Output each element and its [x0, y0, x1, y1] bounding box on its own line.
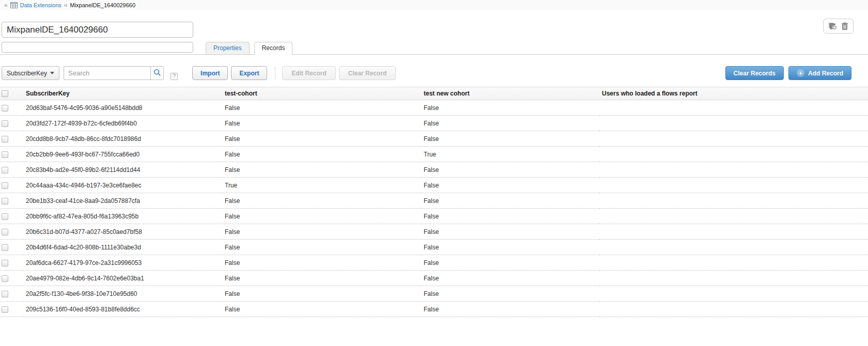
delete-trash-icon[interactable] — [841, 22, 848, 30]
cell-test-new-cohort: False — [421, 131, 599, 147]
header-actions-box — [823, 19, 854, 34]
cell-flows-report — [599, 162, 868, 178]
column-header-subscriberkey[interactable]: SubscriberKey — [23, 87, 222, 100]
row-checkbox[interactable] — [2, 167, 8, 174]
table-row[interactable]: 20cb2bb9-9ee6-493f-bc67-755fcca66ed0 Fal… — [0, 147, 868, 162]
row-checkbox[interactable] — [2, 182, 8, 189]
cell-test-cohort: False — [222, 209, 421, 224]
cell-flows-report — [599, 224, 868, 240]
table-row[interactable]: 20cdd8b8-9cb7-48db-86cc-8fdc7018986d Fal… — [0, 131, 868, 147]
table-row[interactable]: 20c83b4b-ad2e-45f0-89b2-6f2114dd1d44 Fal… — [0, 162, 868, 178]
cell-test-new-cohort: True — [421, 147, 599, 162]
cell-subscriber-key: 20d3fd27-172f-4939-b72c-6cfedb69f4b0 — [23, 116, 222, 131]
add-record-button[interactable]: + Add Record — [788, 66, 851, 80]
row-checkbox[interactable] — [2, 260, 8, 266]
de-description-input[interactable] — [2, 42, 193, 53]
row-checkbox[interactable] — [2, 306, 8, 313]
cell-flows-report — [599, 100, 868, 116]
cell-test-new-cohort: False — [421, 240, 599, 255]
table-row[interactable]: 209c5136-16f0-40ed-8593-81b8fe8dd6cc Fal… — [0, 302, 868, 317]
cell-subscriber-key: 20be1b33-ceaf-41ce-8aa9-2da057887cfa — [23, 193, 222, 209]
breadcrumb-separator: « — [64, 2, 68, 9]
cell-test-new-cohort: False — [421, 100, 599, 116]
column-header-test-cohort[interactable]: test-cohort — [222, 87, 421, 100]
cell-subscriber-key: 20b4d6f4-6dad-4c20-808b-1111e30abe3d — [23, 240, 222, 255]
cell-subscriber-key: 20cb2bb9-9ee6-493f-bc67-755fcca66ed0 — [23, 147, 222, 162]
cell-test-new-cohort: False — [421, 302, 599, 317]
plus-icon: + — [797, 69, 804, 77]
cell-subscriber-key: 20c44aaa-434c-4946-b197-3e3ce6fae8ec — [23, 178, 222, 193]
column-header-test-new-cohort[interactable]: test new cohort — [421, 87, 599, 100]
row-checkbox[interactable] — [2, 275, 8, 282]
table-row[interactable]: 20d3fd27-172f-4939-b72c-6cfedb69f4b0 Fal… — [0, 116, 868, 131]
breadcrumb-current: MixpanelDE_1640029660 — [70, 2, 135, 8]
clear-records-button[interactable]: Clear Records — [725, 66, 784, 80]
toolbar-divider — [275, 68, 275, 79]
row-checkbox[interactable] — [2, 105, 8, 112]
breadcrumb: « Data Extensions « MixpanelDE_164002966… — [0, 0, 868, 10]
clear-record-button[interactable]: Clear Record — [339, 66, 396, 80]
row-checkbox[interactable] — [2, 229, 8, 235]
cell-test-cohort: False — [222, 240, 421, 255]
row-checkbox[interactable] — [2, 198, 8, 205]
cell-flows-report — [599, 240, 868, 255]
export-button[interactable]: Export — [231, 66, 267, 80]
table-row[interactable]: 20a2f5fc-f130-4be6-9f38-10e710e95d60 Fal… — [0, 286, 868, 302]
import-button[interactable]: Import — [192, 66, 228, 80]
table-header-row: SubscriberKey test-cohort test new cohor… — [0, 87, 868, 100]
breadcrumb-link-data-extensions[interactable]: Data Extensions — [20, 2, 61, 8]
table-row[interactable]: 20be1b33-ceaf-41ce-8aa9-2da057887cfa Fal… — [0, 193, 868, 209]
cell-test-new-cohort: False — [421, 178, 599, 193]
row-checkbox[interactable] — [2, 136, 8, 143]
row-checkbox[interactable] — [2, 291, 8, 297]
cell-test-new-cohort: False — [421, 116, 599, 131]
table-row[interactable]: 20b4d6f4-6dad-4c20-808b-1111e30abe3d Fal… — [0, 240, 868, 255]
tabbar: Properties Records — [206, 42, 292, 55]
cell-test-cohort: False — [222, 302, 421, 317]
data-extension-table-icon — [10, 2, 18, 8]
table-row[interactable]: 20d63baf-5476-4c95-9036-a90e5148bdd8 Fal… — [0, 100, 868, 116]
row-checkbox[interactable] — [2, 120, 8, 127]
table-row[interactable]: 20af6dca-6627-4179-97ce-2a31c9996053 Fal… — [0, 255, 868, 271]
table-row[interactable]: 20ae4979-082e-4db6-9c14-7602e6e03ba1 Fal… — [0, 271, 868, 286]
tab-records[interactable]: Records — [254, 42, 293, 55]
cell-test-new-cohort: False — [421, 271, 599, 286]
search-icon — [153, 69, 161, 78]
cell-test-cohort: False — [222, 116, 421, 131]
search-button[interactable] — [150, 66, 164, 80]
cell-subscriber-key: 209c5136-16f0-40ed-8593-81b8fe8dd6cc — [23, 302, 222, 317]
column-header-flows-report[interactable]: Users who loaded a flows report — [599, 87, 868, 100]
table-row[interactable]: 20c44aaa-434c-4946-b197-3e3ce6fae8ec Tru… — [0, 178, 868, 193]
cell-test-cohort: False — [222, 255, 421, 271]
select-all-checkbox[interactable] — [2, 90, 8, 97]
copy-icon[interactable] — [828, 22, 837, 30]
search-field-dropdown-value: SubscriberKey — [7, 70, 47, 77]
records-table-body: 20d63baf-5476-4c95-9036-a90e5148bdd8 Fal… — [0, 100, 868, 317]
edit-record-button[interactable]: Edit Record — [282, 66, 335, 80]
table-row[interactable]: 20bb9f6c-af82-47ea-805d-f6a13963c95b Fal… — [0, 209, 868, 224]
records-table: SubscriberKey test-cohort test new cohor… — [0, 87, 868, 317]
row-checkbox[interactable] — [2, 244, 8, 251]
de-name-input[interactable] — [2, 22, 193, 38]
cell-test-cohort: False — [222, 193, 421, 209]
cell-subscriber-key: 20a2f5fc-f130-4be6-9f38-10e710e95d60 — [23, 286, 222, 302]
cell-subscriber-key: 20c83b4b-ad2e-45f0-89b2-6f2114dd1d44 — [23, 162, 222, 178]
cell-test-cohort: False — [222, 147, 421, 162]
tab-properties[interactable]: Properties — [206, 42, 250, 55]
help-icon[interactable]: ? — [171, 73, 178, 80]
row-checkbox[interactable] — [2, 213, 8, 220]
back-chevron-icon[interactable]: « — [4, 2, 8, 9]
search-input[interactable] — [64, 66, 150, 80]
table-row[interactable]: 20b6c31d-b07d-4377-a027-85c0aed7bf58 Fal… — [0, 224, 868, 240]
cell-test-new-cohort: False — [421, 255, 599, 271]
cell-subscriber-key: 20bb9f6c-af82-47ea-805d-f6a13963c95b — [23, 209, 222, 224]
data-extension-header: Properties Records — [0, 10, 868, 55]
toolbar-right-group: Clear Records + Add Record — [725, 66, 851, 80]
cell-test-cohort: False — [222, 131, 421, 147]
cell-test-new-cohort: False — [421, 162, 599, 178]
row-checkbox[interactable] — [2, 151, 8, 158]
cell-flows-report — [599, 286, 868, 302]
cell-test-cohort: False — [222, 286, 421, 302]
cell-flows-report — [599, 255, 868, 271]
search-field-dropdown[interactable]: SubscriberKey — [2, 66, 59, 80]
